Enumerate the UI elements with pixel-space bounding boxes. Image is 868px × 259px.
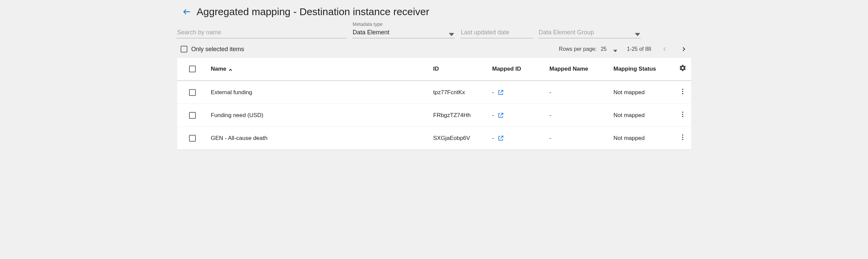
column-mapped-id[interactable]: Mapped ID [492,66,550,72]
chevron-down-icon [635,31,640,34]
more-actions-icon[interactable] [679,88,686,97]
metadata-type-value: Data Element [353,29,446,36]
metadata-type-select[interactable]: Metadata type Data Element [352,22,455,38]
prev-page-button[interactable] [661,45,669,53]
more-actions-icon[interactable] [679,134,686,143]
cell-mapped-name: - [550,112,614,119]
more-actions-icon[interactable] [679,111,686,120]
svg-point-2 [682,93,683,95]
mapping-table: Name ID Mapped ID Mapped Name Mapping St… [177,57,691,150]
open-mapping-icon[interactable] [497,135,504,142]
cell-name: Funding need (USD) [208,112,433,119]
row-checkbox[interactable] [189,112,196,119]
svg-point-1 [682,91,683,92]
cell-status: Not mapped [614,135,674,142]
svg-point-6 [682,135,683,136]
cell-mapped-id: - [492,89,494,96]
last-updated-field[interactable]: Last updated date [460,28,533,38]
rows-per-page-value[interactable]: 25 [601,46,607,52]
open-mapping-icon[interactable] [497,89,504,96]
table-row: External fundingtpz77FcntKx--Not mapped [177,81,691,104]
table-row: Funding need (USD)FRbgzTZ74Hh--Not mappe… [177,104,691,127]
group-placeholder: Data Element Group [539,29,632,36]
metadata-type-label: Metadata type [352,22,455,28]
pagination-range: 1-25 of 88 [627,46,651,52]
cell-id: SXGjaEobp6V [433,135,492,142]
svg-point-4 [682,114,683,115]
chevron-down-icon[interactable] [613,47,617,51]
column-id[interactable]: ID [433,66,492,72]
gear-icon[interactable] [679,64,686,73]
select-all-checkbox[interactable] [189,66,196,72]
column-name[interactable]: Name [208,66,433,72]
sort-asc-icon [228,67,232,71]
data-element-group-select[interactable]: Data Element Group [538,28,641,38]
cell-status: Not mapped [614,112,674,119]
cell-mapped-id: - [492,112,494,119]
cell-id: tpz77FcntKx [433,89,492,96]
svg-point-7 [682,137,683,138]
rows-per-page-label: Rows per page: [559,46,597,52]
svg-point-5 [682,116,683,117]
back-arrow-icon[interactable] [182,7,191,16]
row-checkbox[interactable] [189,135,196,142]
cell-name: GEN - All-cause death [208,135,433,142]
next-page-button[interactable] [680,45,688,53]
only-selected-label: Only selected items [191,46,244,53]
table-header: Name ID Mapped ID Mapped Name Mapping St… [177,58,691,81]
chevron-down-icon [449,31,454,34]
last-updated-placeholder: Last updated date [461,29,532,36]
cell-id: FRbgzTZ74Hh [433,112,492,119]
open-mapping-icon[interactable] [497,112,504,119]
row-checkbox[interactable] [189,89,196,96]
svg-point-3 [682,112,683,113]
cell-name: External funding [208,89,433,96]
table-row: GEN - All-cause deathSXGjaEobp6V--Not ma… [177,127,691,150]
page-title: Aggregated mapping - Destination instanc… [197,6,429,17]
only-selected-checkbox[interactable] [181,46,187,52]
cell-mapped-name: - [550,89,614,96]
svg-point-8 [682,139,683,140]
column-status[interactable]: Mapping Status [614,66,674,72]
search-input[interactable] [177,29,346,36]
search-field[interactable] [177,28,347,38]
cell-mapped-name: - [550,135,614,142]
cell-mapped-id: - [492,135,494,142]
svg-point-0 [682,89,683,90]
column-mapped-name[interactable]: Mapped Name [550,66,614,72]
cell-status: Not mapped [614,89,674,96]
